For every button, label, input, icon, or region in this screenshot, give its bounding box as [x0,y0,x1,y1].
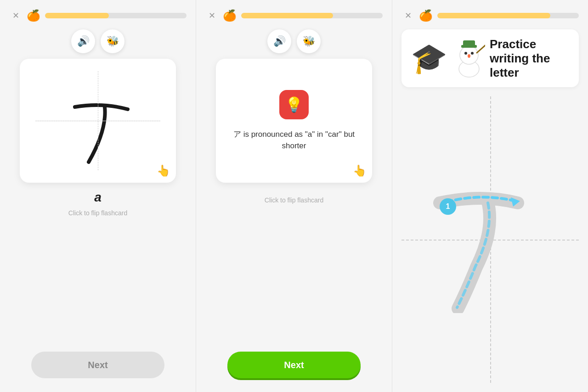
step-circle-1: 1 [440,198,456,215]
progress-bar-fill-1 [45,13,109,18]
top-bar-2: ✕ 🍊 [205,9,383,22]
icon-buttons-1: 🔊 🐝 [71,29,124,53]
writing-area[interactable]: 1 [401,96,579,383]
flip-text-2: Click to flip flashcard [265,196,323,204]
progress-bar-bg-1 [45,13,187,18]
stroke-guide-svg [421,166,559,313]
close-button-3[interactable]: ✕ [401,9,414,22]
character-icon-2: 🐝 [303,35,315,47]
svg-rect-6 [463,40,475,47]
progress-bar-fill-3 [437,13,550,18]
close-button-2[interactable]: ✕ [205,9,218,22]
character-button-2[interactable]: 🐝 [297,29,321,53]
bottom-area-2: Next [205,342,383,392]
mascot-small-2: 🍊 [223,9,237,22]
sound-button-1[interactable]: 🔊 [71,29,95,53]
top-bar-1: ✕ 🍊 [9,9,187,22]
hint-icon-box: 💡 [279,90,309,119]
next-button-1[interactable]: Next [31,352,164,378]
character-icon-1: 🐝 [107,35,119,47]
svg-point-3 [471,52,474,55]
progress-bar-bg-2 [241,13,383,18]
romaji-label-1: a [94,190,102,205]
mascot-small-1: 🍊 [27,9,40,22]
panel-flashcard-2: ✕ 🍊 🔊 🐝 💡 ア is pronounced as "a" in "car… [196,0,392,392]
finger-hint-2: 👆 [353,164,367,177]
snowman-mascot [453,37,485,78]
svg-point-2 [464,52,467,55]
icon-buttons-2: 🔊 🐝 [267,29,321,53]
panel-writing: ✕ 🍊 🎓 [392,0,588,392]
sound-icon-2: 🔊 [273,35,286,47]
svg-point-4 [468,54,470,58]
practice-header: 🎓 Practice writing the letter [401,29,579,87]
hint-text: ア is pronounced as "a" in "car" but shor… [216,129,372,152]
next-button-2[interactable]: Next [227,352,361,378]
progress-bar-bg-3 [437,13,579,18]
mascot-small-3: 🍊 [419,9,433,22]
hint-icon: 💡 [285,96,303,113]
progress-bar-fill-2 [241,13,333,18]
grid-v-1 [98,71,98,170]
flashcard-2[interactable]: 💡 ア is pronounced as "a" in "car" but sh… [216,59,372,183]
mascot-sensei: 🎓 [411,44,447,73]
svg-line-7 [477,41,485,53]
panel-flashcard-1: ✕ 🍊 🔊 🐝 👆 a Cli [0,0,196,392]
sound-icon-1: 🔊 [77,35,90,47]
practice-title: Practice writing the letter [490,37,570,80]
flip-text-1: Click to flip flashcard [68,209,127,217]
character-button-1[interactable]: 🐝 [101,29,124,53]
bottom-area-1: Next [9,342,187,392]
close-button-1[interactable]: ✕ [9,9,22,22]
finger-hint-1: 👆 [157,164,170,177]
top-bar-3: ✕ 🍊 [401,9,579,22]
flashcard-1[interactable]: 👆 [20,59,176,183]
flashcard-grid-1 [20,59,176,183]
sound-button-2[interactable]: 🔊 [267,29,291,53]
